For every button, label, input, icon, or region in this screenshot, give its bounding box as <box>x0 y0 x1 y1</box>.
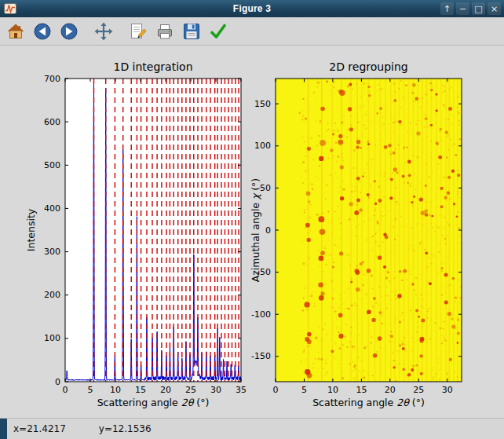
window-title: Figure 3 <box>0 3 504 14</box>
cursor-y-readout: y=12.1536 <box>99 423 152 434</box>
svg-text:100: 100 <box>44 333 60 343</box>
svg-text:150: 150 <box>254 99 271 109</box>
svg-text:15: 15 <box>356 385 367 395</box>
titlebar[interactable]: Figure 3 ↑−□× <box>0 0 504 17</box>
cursor-x-readout: x=21.4217 <box>13 423 66 434</box>
svg-text:30: 30 <box>442 385 453 395</box>
svg-text:0: 0 <box>273 385 279 395</box>
svg-text:5: 5 <box>88 385 93 395</box>
window-icon <box>4 2 16 15</box>
svg-text:20: 20 <box>385 385 396 395</box>
toolbar-back-button[interactable] <box>31 20 54 43</box>
back-icon <box>33 22 52 41</box>
plot2-ylabel: Azimuthal angle χ (°) <box>250 178 261 283</box>
svg-text:50: 50 <box>260 183 271 193</box>
svg-text:15: 15 <box>135 385 146 395</box>
svg-text:25: 25 <box>185 385 196 395</box>
svg-text:-100: -100 <box>251 309 271 320</box>
svg-text:10: 10 <box>110 385 121 395</box>
navigation-toolbar <box>0 17 504 46</box>
svg-text:300: 300 <box>44 247 60 257</box>
toolbar-home-button[interactable] <box>4 20 27 43</box>
plot1-ylabel: Intensity <box>25 208 37 251</box>
plot1-title: 1D integration <box>113 60 192 73</box>
window-minimize-button[interactable]: − <box>456 2 469 15</box>
statusbar-grip <box>0 419 7 439</box>
svg-text:0: 0 <box>63 385 68 395</box>
plot2-title: 2D regrouping <box>329 60 408 73</box>
edit-icon <box>129 22 148 41</box>
plot2-xlabel: Scattering angle 2θ (°) <box>312 397 425 408</box>
toolbar-forward-button[interactable] <box>57 20 81 43</box>
svg-text:-150: -150 <box>251 351 271 361</box>
check-icon <box>209 22 228 41</box>
plot-1d-integration[interactable]: 0510152025303501002003004005006007001D i… <box>25 60 247 408</box>
toolbar-pan-button[interactable] <box>92 20 115 43</box>
toolbar-save-button[interactable] <box>180 20 203 43</box>
svg-text:35: 35 <box>236 385 247 395</box>
statusbar: x=21.4217 y=12.1536 <box>0 418 504 439</box>
plot1-xlabel: Scattering angle 2θ (°) <box>97 397 210 408</box>
svg-text:25: 25 <box>413 385 424 395</box>
svg-text:20: 20 <box>160 385 171 395</box>
home-icon <box>6 22 25 41</box>
window-maximize-button[interactable]: □ <box>472 2 485 15</box>
window-shade-button[interactable]: ↑ <box>440 2 454 15</box>
svg-text:5: 5 <box>301 385 307 395</box>
forward-icon <box>60 22 79 41</box>
pan-icon <box>94 22 113 41</box>
window-buttons: ↑−□× <box>440 2 501 15</box>
svg-text:0: 0 <box>55 377 60 387</box>
svg-text:200: 200 <box>44 290 60 300</box>
svg-text:30: 30 <box>210 385 221 395</box>
toolbar-print-button[interactable] <box>153 20 177 43</box>
print-icon <box>155 22 174 41</box>
figure-window: Figure 3 ↑−□× 05101520253035010020030040… <box>0 0 504 439</box>
svg-text:0: 0 <box>265 225 271 236</box>
window-close-button[interactable]: × <box>488 2 501 15</box>
save-icon <box>182 22 201 41</box>
matplotlib-canvas[interactable]: 0510152025303501002003004005006007001D i… <box>0 46 504 419</box>
svg-text:100: 100 <box>254 141 271 151</box>
figure-canvas[interactable]: 0510152025303501002003004005006007001D i… <box>0 46 504 419</box>
svg-text:400: 400 <box>44 203 60 214</box>
svg-text:10: 10 <box>327 385 338 395</box>
toolbar-customize-button[interactable] <box>206 20 230 43</box>
svg-text:600: 600 <box>44 117 60 127</box>
svg-text:700: 700 <box>44 74 60 84</box>
plot-2d-regrouping[interactable]: 051015202530-150-100-500501001502D regro… <box>250 60 462 408</box>
toolbar-edit-button[interactable] <box>126 20 150 43</box>
svg-text:500: 500 <box>44 160 60 170</box>
